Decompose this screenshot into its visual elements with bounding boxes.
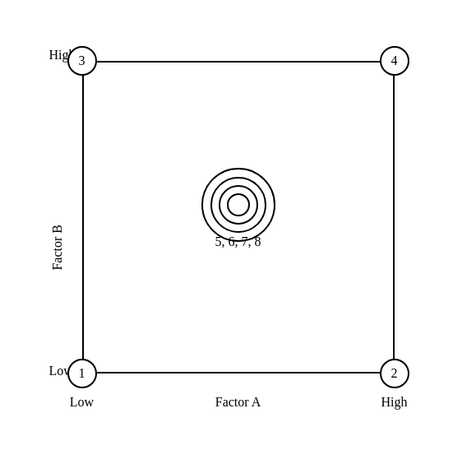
chart-container: High Low Factor B 3 4 1 2 5, 6, 7, 8 Low… (49, 36, 427, 415)
x-axis-low-label: Low (70, 395, 94, 410)
x-axis-high-label: High (381, 395, 408, 410)
y-axis-label: Factor B (49, 225, 64, 271)
center-points-label: 5, 6, 7, 8 (215, 234, 261, 249)
center-label-wrapper: 5, 6, 7, 8 (82, 61, 395, 373)
x-axis-label: Factor A (215, 395, 261, 410)
